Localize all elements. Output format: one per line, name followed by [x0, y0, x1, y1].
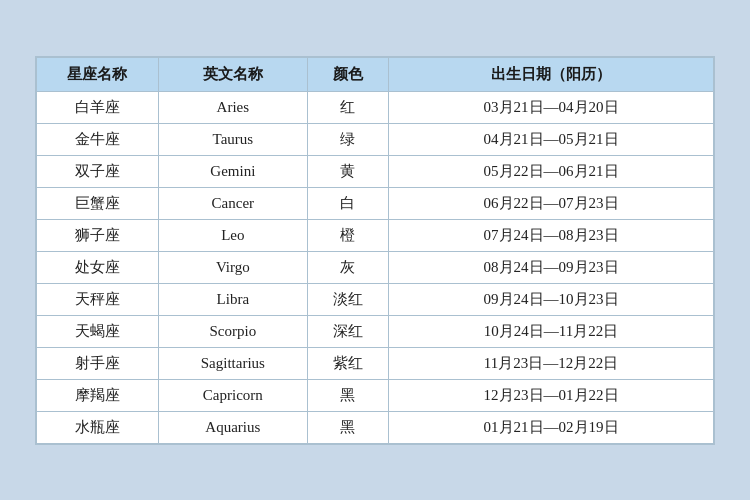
cell-zh: 巨蟹座 — [37, 187, 159, 219]
header-zh: 星座名称 — [37, 57, 159, 91]
cell-color: 灰 — [307, 251, 388, 283]
cell-en: Cancer — [158, 187, 307, 219]
cell-zh: 金牛座 — [37, 123, 159, 155]
zodiac-table-container: 星座名称 英文名称 颜色 出生日期（阳历） 白羊座Aries红03月21日—04… — [35, 56, 715, 445]
table-row: 天秤座Libra淡红09月24日—10月23日 — [37, 283, 714, 315]
cell-zh: 天蝎座 — [37, 315, 159, 347]
table-row: 水瓶座Aquarius黑01月21日—02月19日 — [37, 411, 714, 443]
cell-color: 深红 — [307, 315, 388, 347]
cell-en: Aries — [158, 91, 307, 123]
cell-date: 01月21日—02月19日 — [389, 411, 714, 443]
table-header-row: 星座名称 英文名称 颜色 出生日期（阳历） — [37, 57, 714, 91]
table-row: 金牛座Taurus绿04月21日—05月21日 — [37, 123, 714, 155]
cell-en: Sagittarius — [158, 347, 307, 379]
cell-date: 06月22日—07月23日 — [389, 187, 714, 219]
header-date: 出生日期（阳历） — [389, 57, 714, 91]
cell-zh: 双子座 — [37, 155, 159, 187]
table-row: 狮子座Leo橙07月24日—08月23日 — [37, 219, 714, 251]
cell-color: 淡红 — [307, 283, 388, 315]
cell-en: Capricorn — [158, 379, 307, 411]
cell-color: 白 — [307, 187, 388, 219]
cell-en: Leo — [158, 219, 307, 251]
cell-date: 03月21日—04月20日 — [389, 91, 714, 123]
cell-zh: 处女座 — [37, 251, 159, 283]
table-row: 双子座Gemini黄05月22日—06月21日 — [37, 155, 714, 187]
cell-en: Aquarius — [158, 411, 307, 443]
cell-date: 10月24日—11月22日 — [389, 315, 714, 347]
cell-date: 04月21日—05月21日 — [389, 123, 714, 155]
cell-date: 07月24日—08月23日 — [389, 219, 714, 251]
header-en: 英文名称 — [158, 57, 307, 91]
cell-zh: 狮子座 — [37, 219, 159, 251]
cell-zh: 射手座 — [37, 347, 159, 379]
table-row: 摩羯座Capricorn黑12月23日—01月22日 — [37, 379, 714, 411]
cell-color: 黄 — [307, 155, 388, 187]
cell-zh: 天秤座 — [37, 283, 159, 315]
cell-date: 11月23日—12月22日 — [389, 347, 714, 379]
table-row: 射手座Sagittarius紫红11月23日—12月22日 — [37, 347, 714, 379]
table-row: 天蝎座Scorpio深红10月24日—11月22日 — [37, 315, 714, 347]
table-row: 巨蟹座Cancer白06月22日—07月23日 — [37, 187, 714, 219]
cell-date: 08月24日—09月23日 — [389, 251, 714, 283]
cell-color: 橙 — [307, 219, 388, 251]
cell-color: 紫红 — [307, 347, 388, 379]
cell-en: Virgo — [158, 251, 307, 283]
cell-color: 绿 — [307, 123, 388, 155]
cell-color: 黑 — [307, 411, 388, 443]
cell-en: Libra — [158, 283, 307, 315]
cell-color: 黑 — [307, 379, 388, 411]
zodiac-table: 星座名称 英文名称 颜色 出生日期（阳历） 白羊座Aries红03月21日—04… — [36, 57, 714, 444]
table-row: 白羊座Aries红03月21日—04月20日 — [37, 91, 714, 123]
cell-date: 12月23日—01月22日 — [389, 379, 714, 411]
cell-zh: 水瓶座 — [37, 411, 159, 443]
header-color: 颜色 — [307, 57, 388, 91]
cell-en: Scorpio — [158, 315, 307, 347]
table-row: 处女座Virgo灰08月24日—09月23日 — [37, 251, 714, 283]
cell-date: 05月22日—06月21日 — [389, 155, 714, 187]
cell-color: 红 — [307, 91, 388, 123]
cell-zh: 摩羯座 — [37, 379, 159, 411]
cell-date: 09月24日—10月23日 — [389, 283, 714, 315]
cell-en: Gemini — [158, 155, 307, 187]
cell-en: Taurus — [158, 123, 307, 155]
cell-zh: 白羊座 — [37, 91, 159, 123]
